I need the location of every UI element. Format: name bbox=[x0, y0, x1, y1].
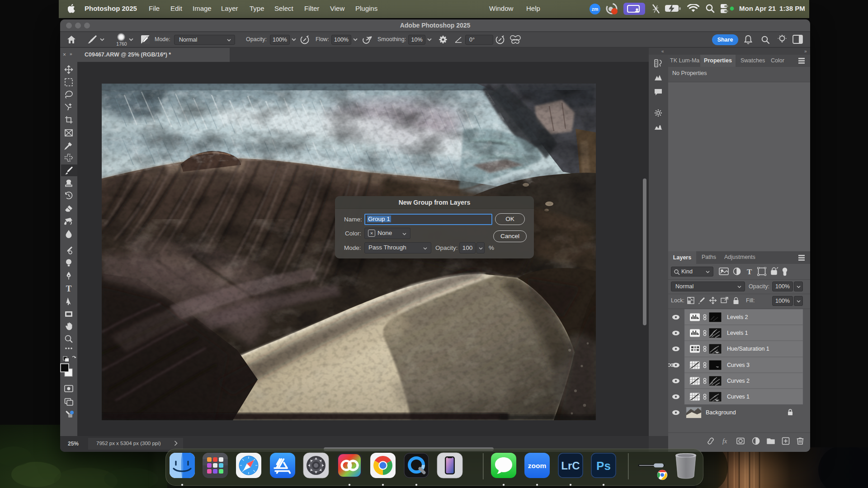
svg-text:Curves 2: Curves 2 bbox=[727, 378, 750, 384]
svg-text:Levels 1: Levels 1 bbox=[727, 330, 748, 336]
svg-text:T: T bbox=[747, 267, 752, 276]
svg-text:Curves 1: Curves 1 bbox=[727, 394, 750, 400]
svg-text:Curves 3: Curves 3 bbox=[727, 362, 750, 368]
svg-text:fx: fx bbox=[722, 438, 727, 445]
svg-text:Background: Background bbox=[706, 409, 736, 416]
svg-text:Hue/Saturation 1: Hue/Saturation 1 bbox=[727, 346, 769, 352]
svg-text:T: T bbox=[66, 284, 72, 293]
svg-text:Levels 2: Levels 2 bbox=[727, 314, 748, 320]
